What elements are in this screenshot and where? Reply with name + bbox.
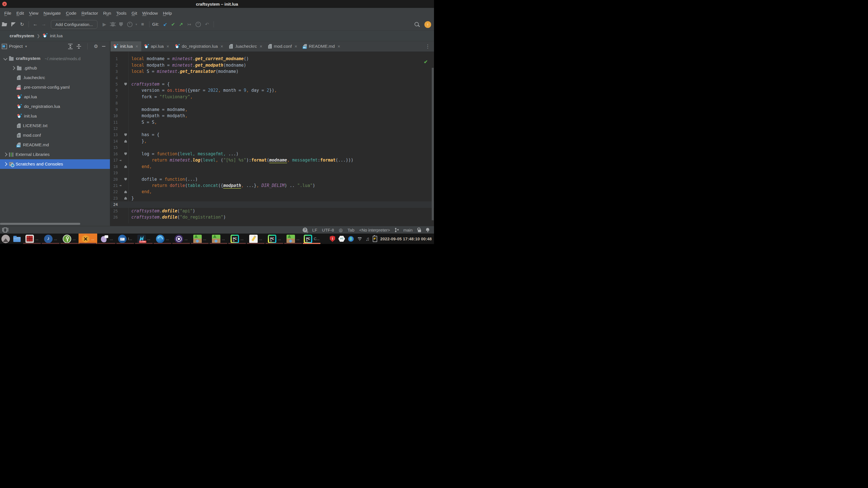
encoding-indicator[interactable]: UTF-8 — [322, 228, 334, 232]
tree-item-mod-conf[interactable]: mod.conf — [0, 130, 110, 140]
git-branch-name[interactable]: main — [403, 228, 412, 232]
collapse-all-icon[interactable] — [76, 44, 81, 48]
taskbar-item-tor-10[interactable]: ... — [172, 233, 190, 244]
profiler-icon[interactable] — [127, 22, 132, 27]
open-folder-icon[interactable] — [2, 22, 7, 26]
menu-item-help[interactable]: Help — [160, 11, 174, 16]
tab-list-more-icon[interactable]: ⋮ — [421, 41, 434, 52]
menu-item-file[interactable]: File — [2, 11, 14, 16]
vcs-widget-icon[interactable] — [303, 228, 307, 232]
git-cherry-pick-icon[interactable]: ↣ — [185, 22, 193, 27]
taskbar-item-mtworld-16[interactable]: ... — [284, 233, 302, 244]
taskbar-item-pencil-14[interactable]: ... — [246, 233, 265, 244]
git-update-icon[interactable]: ↙ — [161, 22, 169, 27]
code-line[interactable]: 2local modpath = minetest.get_modpath(mo… — [111, 62, 434, 68]
taskbar-item-pycharm-15[interactable]: ... — [265, 233, 284, 244]
taskbar-item-pidgin-6[interactable]: ... — [97, 233, 116, 244]
ide-update-icon[interactable]: ↑ — [424, 21, 431, 28]
taskbar-item-mountain-0[interactable] — [0, 233, 11, 244]
taskbar-item-pycharm-17[interactable]: C... — [302, 233, 321, 244]
code-line[interactable]: 10 modpath = modpath, — [111, 113, 434, 119]
tab-do-registration-lua[interactable]: do_registration.lua✕ — [172, 41, 226, 52]
tree-item-api-lua[interactable]: api.lua — [0, 92, 110, 102]
code-line[interactable]: 12 — [111, 125, 434, 132]
tree-item-scratches-and-consoles[interactable]: Scratches and Consoles — [0, 159, 110, 169]
project-scrollbar-horizontal[interactable] — [0, 223, 80, 225]
fold-close-icon[interactable] — [124, 197, 127, 200]
git-rollback-icon[interactable]: ↶ — [203, 22, 211, 27]
tab--luacheckrc[interactable]: .luacheckrc✕ — [226, 41, 265, 52]
bluetooth-tray-icon[interactable] — [348, 236, 354, 242]
fold-open-icon[interactable] — [124, 83, 127, 86]
code-line[interactable]: 8 — [111, 100, 434, 106]
gear-icon[interactable]: ⚙ — [94, 44, 98, 49]
tree-item-readme-md[interactable]: README.md — [0, 140, 110, 150]
tree-item-external-libraries[interactable]: External Libraries — [0, 150, 110, 159]
coverage-icon[interactable] — [119, 22, 123, 27]
taskbar-item-thunderbird-7[interactable]: I... — [116, 233, 134, 244]
menu-item-navigate[interactable]: Navigate — [41, 11, 63, 16]
code-line[interactable]: 18 end, — [111, 163, 434, 169]
tab-api-lua[interactable]: api.lua✕ — [141, 41, 173, 52]
menu-item-view[interactable]: View — [27, 11, 41, 16]
taskbar-item-pycharm-13[interactable]: ... — [228, 233, 246, 244]
clock[interactable]: 2022-09-05 17:48:10 00:48 — [380, 237, 432, 241]
taskbar-item-keepass-4[interactable]: ... — [60, 233, 79, 244]
sync-icon[interactable]: ↻ — [18, 22, 26, 27]
taskbar-item-firefox-9[interactable]: ... — [153, 233, 172, 244]
code-line[interactable]: 23} — [111, 195, 434, 201]
fold-close-icon[interactable] — [124, 190, 127, 193]
chevron-right-icon[interactable] — [3, 162, 7, 166]
code-line[interactable]: 15 — [111, 144, 434, 151]
code-line[interactable]: 22 end, — [111, 189, 434, 195]
chevron-right-icon[interactable] — [3, 153, 7, 157]
code-line[interactable]: 25craftsystem.dofile("api") — [111, 208, 434, 214]
fold-close-icon[interactable] — [124, 165, 127, 168]
taskbar-item-mtworld-12[interactable]: ... — [209, 233, 228, 244]
fold-open-icon[interactable] — [124, 153, 127, 155]
wifi-tray-icon[interactable] — [357, 237, 363, 241]
indent-indicator[interactable]: Tab — [347, 228, 354, 232]
code-line[interactable]: 17⇥ return minetest.log(level, ("[%s] %s… — [111, 157, 434, 163]
chevron-right-icon[interactable] — [11, 66, 15, 70]
menu-item-window[interactable]: Window — [140, 11, 160, 16]
editor-scrollbar-vertical[interactable] — [432, 68, 434, 220]
save-all-icon[interactable] — [11, 22, 16, 27]
tree-item--pre-commit-config-yaml[interactable]: .pre-commit-config.yaml — [0, 83, 110, 92]
tab-mod-conf[interactable]: mod.conf✕ — [265, 41, 300, 52]
tab-init-lua[interactable]: init.lua✕ — [111, 41, 141, 52]
git-branch-icon[interactable] — [395, 228, 398, 232]
tree-item-init-lua[interactable]: init.lua — [0, 111, 110, 121]
code-line[interactable]: 11 S = S, — [111, 119, 434, 125]
project-view-dropdown-icon[interactable]: ▼ — [25, 45, 27, 48]
recursive-call-icon[interactable]: ⇥ — [118, 158, 123, 162]
highlighting-level-icon[interactable]: ◎ — [339, 227, 343, 233]
notifications-bell-icon[interactable] — [426, 228, 430, 232]
music-tray-icon[interactable]: ♫ — [366, 236, 370, 241]
code-line[interactable]: 6 version = os.time({year = 2022, month … — [111, 87, 434, 94]
fold-open-icon[interactable] — [124, 133, 127, 136]
taskbar-item-terminal-2[interactable]: ... — [23, 233, 41, 244]
tab-close-icon[interactable]: ✕ — [259, 44, 262, 48]
taskbar-item-minetest-logo-5[interactable]: ... — [79, 233, 97, 244]
veracrypt-tray-icon[interactable] — [338, 236, 345, 242]
expand-all-icon[interactable] — [68, 44, 73, 49]
code-line[interactable]: 21⇥ return dofile(table.concat({modpath,… — [111, 183, 434, 189]
fold-open-icon[interactable] — [124, 178, 127, 181]
forward-icon[interactable]: → — [39, 22, 48, 27]
tab-readme-md[interactable]: README.md✕ — [300, 41, 343, 52]
tree-item-craftsystem[interactable]: craftsystem~/.minetest/mods.d — [0, 54, 110, 63]
tab-close-icon[interactable]: ✕ — [337, 44, 340, 48]
taskbar-item-musescore-3[interactable]: ... — [41, 233, 60, 244]
menu-item-run[interactable]: Run — [101, 11, 114, 16]
menu-item-edit[interactable]: Edit — [14, 11, 27, 16]
menu-item-code[interactable]: Code — [63, 11, 79, 16]
tab-close-icon[interactable]: ✕ — [294, 44, 298, 48]
project-panel-title[interactable]: Project — [9, 44, 23, 49]
breadcrumb-file[interactable]: init.lua — [50, 33, 63, 38]
tab-close-icon[interactable]: ✕ — [220, 44, 223, 48]
add-configuration-button[interactable]: Add Configuration... — [51, 20, 97, 29]
code-line[interactable]: 7 fork = "fluxionary", — [111, 94, 434, 100]
line-ending-indicator[interactable]: LF — [312, 228, 317, 232]
tree-item-license-txt[interactable]: LICENSE.txt — [0, 121, 110, 130]
